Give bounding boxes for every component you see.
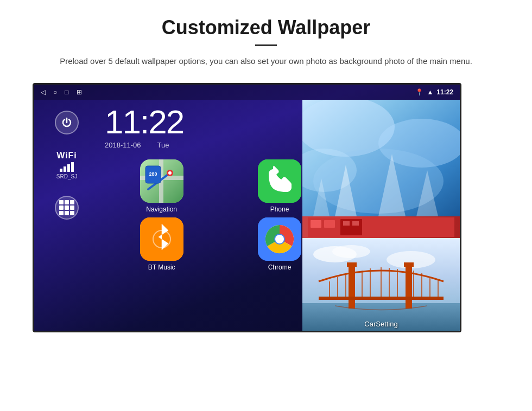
svg-text:280: 280 [149, 171, 157, 177]
svg-rect-51 [352, 221, 359, 226]
apps-grid-icon [59, 200, 74, 215]
phone-app-icon [258, 159, 301, 203]
gps-icon: 📍 [415, 88, 423, 96]
svg-rect-47 [311, 220, 321, 228]
page-container: Customized Wallpaper Preload over 5 defa… [0, 0, 532, 343]
clock-date-value: 2018-11-06 [105, 141, 141, 149]
sidebar: WiFi SRD_SJ [34, 100, 99, 331]
wifi-bars [60, 162, 74, 172]
svg-rect-60 [404, 262, 414, 267]
wallpaper-bridge[interactable]: CarSetting [302, 238, 460, 332]
grid-dot [65, 200, 69, 204]
wifi-status-icon: ▲ [427, 88, 433, 96]
status-right: 📍 ▲ 11:22 [415, 88, 453, 96]
wifi-bar-3 [67, 164, 70, 172]
wifi-bar-4 [71, 162, 74, 172]
nav-recent-icon[interactable]: □ [65, 88, 68, 96]
carsetting-label[interactable]: CarSetting [364, 320, 397, 328]
screen-content: WiFi SRD_SJ [34, 100, 460, 331]
svg-rect-50 [343, 221, 350, 226]
wifi-bar-2 [64, 166, 66, 172]
status-bar: ◁ ○ □ ⊞ 📍 ▲ 11:22 [34, 85, 460, 100]
wifi-bar-1 [60, 169, 62, 172]
grid-dot [59, 211, 64, 215]
grid-dot [65, 211, 69, 215]
apps-button[interactable] [55, 196, 79, 220]
status-left: ◁ ○ □ ⊞ [41, 88, 82, 96]
grid-dot [70, 211, 74, 215]
grid-dot [59, 200, 64, 204]
navigation-label: Navigation [146, 206, 177, 213]
svg-rect-73 [319, 297, 444, 300]
chrome-label: Chrome [268, 264, 292, 271]
power-button[interactable] [55, 111, 79, 134]
grid-dot [70, 206, 74, 210]
navigation-app-icon: 280 [140, 159, 183, 203]
svg-rect-48 [324, 220, 335, 228]
phone-label: Phone [270, 206, 289, 213]
bt-music-app-icon [140, 217, 183, 261]
grid-dot [70, 200, 74, 204]
svg-point-15 [168, 171, 172, 175]
title-divider [255, 44, 277, 46]
page-subtitle: Preload over 5 default wallpaper options… [33, 55, 499, 68]
status-time: 11:22 [436, 88, 453, 96]
grid-dot [59, 206, 64, 210]
android-screen: ◁ ○ □ ⊞ 📍 ▲ 11:22 [33, 83, 461, 332]
wifi-label: WiFi [56, 151, 77, 160]
svg-rect-57 [349, 265, 355, 309]
wifi-ssid: SRD_SJ [56, 174, 77, 179]
app-navigation[interactable]: 280 Navigation [105, 159, 218, 213]
nav-back-icon[interactable]: ◁ [41, 88, 46, 96]
svg-rect-58 [406, 265, 412, 309]
grid-dot [65, 206, 69, 210]
nav-home-icon[interactable]: ○ [53, 88, 57, 96]
svg-point-27 [275, 235, 284, 243]
bt-music-label: BT Music [148, 264, 175, 271]
wifi-widget[interactable]: WiFi SRD_SJ [56, 151, 77, 179]
chrome-app-icon [258, 217, 301, 261]
nav-camera-icon[interactable]: ⊞ [77, 88, 82, 96]
wallpaper-ice[interactable] [302, 100, 460, 216]
svg-rect-59 [347, 262, 357, 267]
svg-point-54 [332, 245, 370, 258]
device-wrapper: ◁ ○ □ ⊞ 📍 ▲ 11:22 [33, 83, 499, 332]
clock-day-value: Tue [157, 141, 169, 149]
page-title: Customized Wallpaper [33, 16, 499, 39]
wallpaper-panel: CarSetting [302, 100, 460, 332]
app-bt-music[interactable]: BT Music [105, 217, 218, 271]
wallpaper-mid-strip [302, 216, 460, 238]
